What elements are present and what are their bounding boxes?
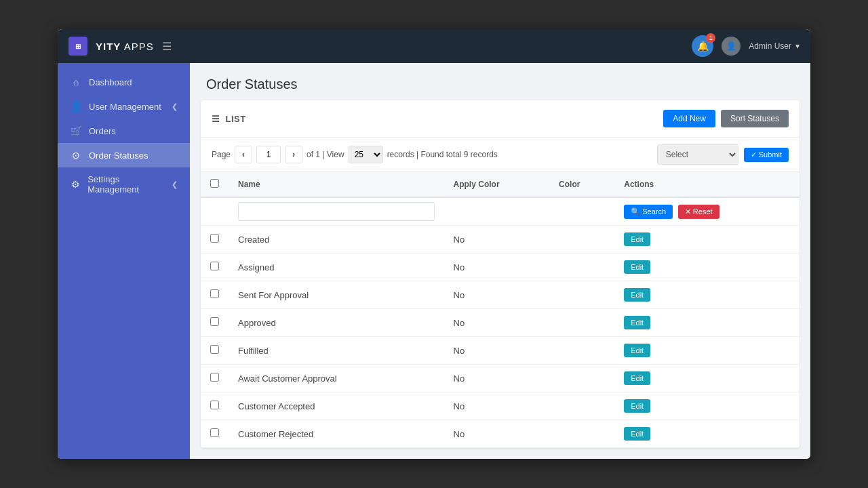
row-color: [549, 253, 614, 281]
col-header-actions: Actions: [614, 172, 800, 197]
row-checkbox-cell: [201, 281, 229, 309]
row-checkbox-cell: [201, 392, 229, 420]
row-checkbox-cell: [201, 365, 229, 392]
edit-button[interactable]: Edit: [624, 288, 650, 302]
row-actions: Edit: [614, 226, 800, 253]
row-color: [549, 309, 614, 337]
pagination-left: Page ‹ › of 1 | View 25 50 100 records |…: [212, 146, 498, 163]
search-checkbox-cell: [201, 197, 229, 226]
edit-button[interactable]: Edit: [624, 427, 650, 441]
sidebar-item-user-management-label: User Management: [89, 102, 161, 112]
row-name: Customer Rejected: [229, 420, 444, 448]
row-name: Await Customer Approval: [229, 365, 444, 392]
table-row: Fulfilled No Edit: [201, 337, 800, 365]
col-header-name: Name: [229, 172, 444, 197]
table-row: Sent For Approval No Edit: [201, 281, 800, 309]
page-number-input[interactable]: [256, 146, 281, 163]
row-checkbox[interactable]: [210, 401, 219, 409]
content-card: ☰ LIST Add New Sort Statuses Page ‹ ›: [201, 100, 800, 448]
card-header-right: Add New Sort Statuses: [663, 110, 789, 127]
row-checkbox[interactable]: [210, 373, 219, 382]
col-header-apply-color: Apply Color: [444, 172, 550, 197]
sidebar-item-settings[interactable]: ⚙ Settings Management ❮: [58, 167, 190, 201]
row-checkbox[interactable]: [210, 428, 219, 437]
sidebar: ⌂ Dashboard 👤 User Management ❮ 🛒 Orders…: [58, 63, 190, 459]
submit-button[interactable]: ✓ Submit: [744, 148, 789, 162]
user-name: Admin User: [749, 41, 791, 51]
row-checkbox-cell: [201, 337, 229, 365]
edit-button[interactable]: Edit: [624, 316, 650, 329]
sidebar-item-order-statuses-label: Order Statuses: [89, 150, 148, 161]
add-new-button[interactable]: Add New: [663, 110, 715, 127]
table-row: Customer Rejected No Edit: [201, 420, 800, 448]
logo-text: YITY APPS: [96, 41, 154, 52]
edit-button[interactable]: Edit: [624, 399, 650, 413]
row-name: Sent For Approval: [229, 281, 444, 309]
card-header-left: ☰ LIST: [212, 114, 246, 124]
sidebar-item-orders-label: Orders: [89, 126, 116, 136]
row-apply-color: No: [444, 337, 550, 365]
table-row: Await Customer Approval No Edit: [201, 365, 800, 392]
row-checkbox[interactable]: [210, 289, 219, 298]
edit-button[interactable]: Edit: [624, 260, 650, 274]
row-checkbox[interactable]: [210, 234, 219, 243]
page-title: Order Statuses: [190, 63, 810, 100]
name-search-input[interactable]: [238, 202, 435, 221]
list-icon: ☰: [212, 114, 220, 124]
row-apply-color: No: [444, 365, 550, 392]
sidebar-item-settings-label: Settings Management: [87, 174, 165, 195]
content-area: Order Statuses ☰ LIST Add New Sort Statu…: [190, 63, 810, 459]
row-checkbox-cell: [201, 253, 229, 281]
edit-button[interactable]: Edit: [624, 344, 650, 357]
row-checkbox[interactable]: [210, 262, 219, 270]
order-statuses-icon: ⊙: [70, 150, 82, 161]
row-name: Assigned: [229, 253, 444, 281]
sort-statuses-button[interactable]: Sort Statuses: [721, 110, 789, 127]
sidebar-item-orders[interactable]: 🛒 Orders: [58, 119, 190, 143]
row-name: Created: [229, 226, 444, 253]
row-color: [549, 420, 614, 448]
view-select[interactable]: 25 50 100: [349, 146, 383, 163]
prev-page-button[interactable]: ‹: [235, 146, 252, 163]
next-page-button[interactable]: ›: [285, 146, 302, 163]
notification-button[interactable]: 🔔 1: [692, 35, 713, 57]
row-color: [549, 337, 614, 365]
row-apply-color: No: [444, 226, 550, 253]
pagination-right: Select ✓ Submit: [657, 144, 789, 165]
row-apply-color: No: [444, 420, 550, 448]
table-header-row: Name Apply Color Color Actions: [201, 172, 800, 197]
reset-button[interactable]: ✕ Reset: [678, 205, 719, 219]
row-actions: Edit: [614, 365, 800, 392]
row-checkbox[interactable]: [210, 345, 219, 354]
chevron-down-icon: ▾: [795, 41, 800, 51]
sidebar-item-dashboard-label: Dashboard: [89, 77, 132, 87]
hamburger-icon[interactable]: ☰: [162, 40, 172, 53]
search-name-cell: [229, 197, 444, 226]
row-color: [549, 226, 614, 253]
user-menu-button[interactable]: Admin User ▾: [749, 41, 800, 51]
sidebar-item-user-management[interactable]: 👤 User Management ❮: [58, 94, 190, 119]
chevron-left-icon: ❮: [172, 102, 178, 111]
bell-icon: 🔔: [697, 41, 709, 52]
home-icon: ⌂: [70, 77, 82, 87]
sidebar-item-dashboard[interactable]: ⌂ Dashboard: [58, 70, 190, 94]
row-apply-color: No: [444, 281, 550, 309]
status-filter-select[interactable]: Select: [657, 144, 738, 165]
row-actions: Edit: [614, 281, 800, 309]
user-management-icon: 👤: [70, 101, 82, 112]
search-button[interactable]: 🔍 Search: [624, 205, 673, 219]
edit-button[interactable]: Edit: [624, 232, 650, 246]
table-row: Customer Accepted No Edit: [201, 392, 800, 420]
user-avatar: 👤: [722, 37, 741, 56]
row-color: [549, 392, 614, 420]
row-name: Fulfilled: [229, 337, 444, 365]
order-statuses-table: Name Apply Color Color Actions: [201, 172, 800, 448]
row-checkbox-cell: [201, 420, 229, 448]
records-text: records | Found total 9 records: [387, 150, 498, 159]
row-color: [549, 365, 614, 392]
edit-button[interactable]: Edit: [624, 371, 650, 385]
select-all-checkbox[interactable]: [210, 179, 219, 188]
nav-right: 🔔 1 👤 Admin User ▾: [692, 35, 800, 57]
row-checkbox[interactable]: [210, 317, 219, 326]
sidebar-item-order-statuses[interactable]: ⊙ Order Statuses: [58, 143, 190, 167]
